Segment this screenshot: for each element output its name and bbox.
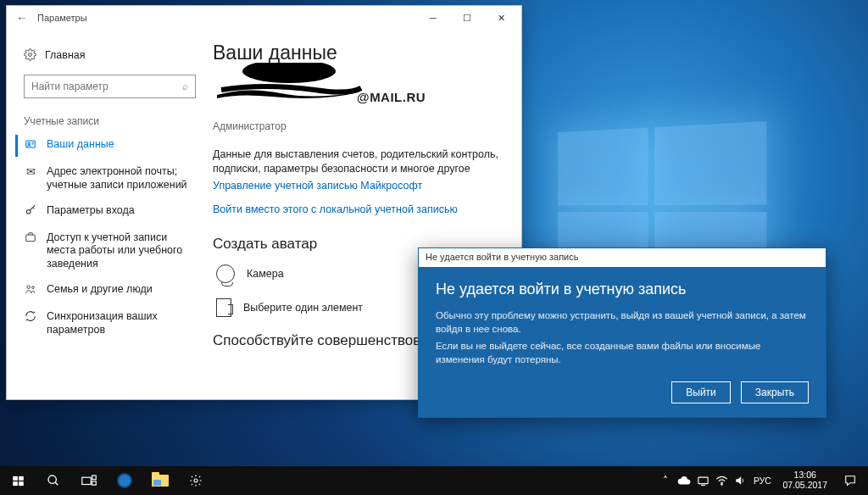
briefcase-icon: [24, 231, 37, 247]
dialog-text-1: Обычно эту проблему можно устранить, вый…: [436, 309, 809, 336]
language-indicator[interactable]: РУС: [750, 466, 774, 495]
manage-account-link[interactable]: Управление учетной записью Майкрософт: [213, 180, 506, 192]
dialog-titlebar: Не удается войти в учетную запись: [419, 248, 826, 267]
nav-signin-options[interactable]: Параметры входа: [15, 198, 204, 225]
camera-icon: [216, 264, 235, 283]
nav-work-access[interactable]: Доступ к учетной записи места работы или…: [15, 225, 204, 277]
svg-rect-6: [26, 235, 36, 242]
nav-sync[interactable]: Синхронизация ваших параметров: [15, 304, 204, 342]
folder-icon: [152, 475, 169, 487]
page-heading: Ваши данные: [213, 42, 506, 64]
browse-label: Выберите один элемент: [243, 302, 363, 314]
nav-label: Адрес электронной почты; учетные записи …: [47, 165, 196, 192]
search-button[interactable]: [36, 466, 71, 495]
action-center-button[interactable]: [836, 466, 865, 495]
edge-icon: [117, 473, 132, 488]
minimize-button[interactable]: ─: [416, 6, 450, 30]
taskview-icon: [81, 475, 97, 487]
person-icon: [24, 138, 37, 153]
windows-icon: [12, 475, 25, 487]
home-nav[interactable]: Главная: [15, 43, 204, 66]
browse-icon: [216, 298, 231, 317]
wifi-tray-icon[interactable]: [713, 466, 730, 495]
dialog-text-2: Если вы не выйдете сейчас, все созданные…: [436, 339, 809, 366]
account-role: Администратор: [213, 120, 506, 132]
taskbar: ˄ РУС 13:06 07.05.2017: [0, 466, 868, 495]
nav-label: Ваши данные: [47, 138, 196, 152]
close-button[interactable]: ✕: [484, 6, 518, 30]
nav-label: Доступ к учетной записи места работы или…: [47, 231, 196, 271]
svg-point-0: [29, 53, 32, 57]
search-input[interactable]: Найти параметр ⌕: [24, 75, 196, 98]
window-title: Параметры: [34, 13, 416, 23]
signout-button[interactable]: Выйти: [671, 381, 731, 403]
edge-button[interactable]: [107, 466, 142, 495]
network-icon[interactable]: [694, 466, 711, 495]
settings-sidebar: Главная Найти параметр ⌕ Учетные записи …: [7, 30, 204, 399]
svg-line-15: [55, 482, 58, 485]
nav-label: Семья и другие люди: [47, 283, 196, 297]
svg-point-2: [28, 142, 31, 145]
search-placeholder: Найти параметр: [31, 81, 108, 92]
gear-icon: [189, 474, 203, 487]
mail-icon: ✉: [24, 165, 37, 179]
speaker-icon: [734, 475, 746, 487]
dialog-heading: Не удается войти в учетную запись: [436, 281, 809, 298]
svg-rect-11: [19, 476, 24, 480]
signin-error-dialog: Не удается войти в учетную запись Не уда…: [418, 248, 826, 418]
svg-point-8: [32, 286, 35, 289]
nav-family[interactable]: Семья и другие люди: [15, 277, 204, 304]
wifi-icon: [697, 476, 709, 487]
search-icon: [47, 474, 60, 487]
svg-rect-13: [19, 481, 24, 486]
settings-taskbar-button[interactable]: [178, 466, 214, 495]
svg-rect-20: [698, 477, 708, 484]
back-button[interactable]: ←: [10, 11, 34, 25]
family-icon: [24, 283, 37, 298]
volume-icon[interactable]: [732, 466, 748, 495]
account-desc: Данные для выставления счетов, родительс…: [213, 147, 506, 176]
svg-point-14: [48, 476, 56, 483]
wifi-icon: [715, 476, 728, 486]
camera-label: Камера: [247, 268, 284, 280]
dialog-close-button[interactable]: Закрыть: [741, 381, 809, 403]
redacted-avatar: [213, 63, 365, 105]
start-button[interactable]: [0, 466, 36, 495]
sync-icon: [24, 310, 37, 325]
account-email-suffix: @MAIL.RU: [357, 90, 426, 104]
onedrive-icon[interactable]: [676, 466, 693, 495]
local-account-link[interactable]: Войти вместо этого с локальной учетной з…: [213, 203, 506, 215]
svg-rect-16: [82, 477, 92, 484]
section-label: Учетные записи: [15, 110, 204, 132]
svg-rect-17: [92, 476, 97, 480]
tray-chevron[interactable]: ˄: [657, 466, 674, 495]
nav-your-info[interactable]: Ваши данные: [15, 132, 204, 159]
svg-point-9: [242, 63, 336, 83]
key-icon: [24, 204, 37, 220]
nav-label: Синхронизация ваших параметров: [47, 310, 196, 336]
svg-point-19: [194, 479, 198, 482]
svg-point-22: [721, 484, 722, 485]
nav-label: Параметры входа: [47, 204, 196, 218]
taskview-button[interactable]: [71, 466, 107, 495]
svg-point-7: [27, 286, 31, 289]
search-icon: ⌕: [182, 81, 188, 92]
clock[interactable]: 13:06 07.05.2017: [776, 470, 834, 490]
nav-email[interactable]: ✉ Адрес электронной почты; учетные запис…: [15, 159, 204, 197]
svg-rect-18: [92, 481, 97, 486]
titlebar: ← Параметры ─ ☐ ✕: [7, 6, 521, 30]
maximize-button[interactable]: ☐: [450, 6, 484, 30]
notification-icon: [843, 474, 857, 487]
clock-date: 07.05.2017: [782, 481, 827, 491]
cloud-icon: [677, 476, 691, 486]
home-label: Главная: [45, 49, 86, 61]
svg-rect-10: [13, 476, 18, 480]
explorer-button[interactable]: [142, 466, 178, 495]
svg-rect-12: [13, 481, 18, 486]
gear-icon: [24, 48, 36, 61]
